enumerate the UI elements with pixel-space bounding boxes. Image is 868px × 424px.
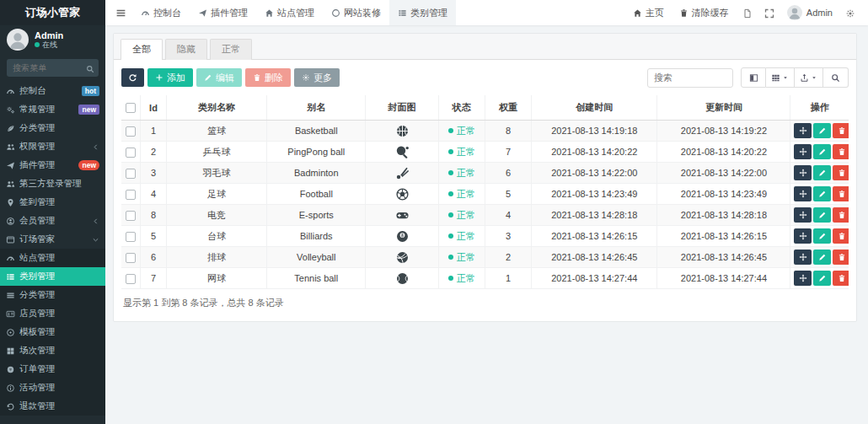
row-delete-button[interactable]	[833, 144, 849, 159]
sidebar-item-site[interactable]: 站点管理	[0, 249, 105, 267]
sidebar-item-label: 站点管理	[19, 252, 55, 264]
sidebar-toggle-button[interactable]	[109, 0, 132, 25]
sidebar-item-general[interactable]: 常规管理new	[0, 100, 105, 119]
cell-cover-image[interactable]	[366, 163, 438, 184]
sidebar-item-booking-manager[interactable]: 订场管家	[0, 230, 105, 249]
sidebar-item-classify[interactable]: 分类管理	[0, 119, 105, 137]
badge: new	[78, 105, 99, 115]
toggle-view-button[interactable]	[741, 67, 766, 88]
cell-cover-image[interactable]	[366, 226, 438, 247]
check-update-button[interactable]	[737, 0, 758, 25]
row-checkbox[interactable]	[126, 148, 136, 158]
row-delete-button[interactable]	[833, 250, 849, 265]
row-drag-sort-button[interactable]	[794, 207, 812, 223]
row-checkbox[interactable]	[126, 232, 136, 242]
row-drag-sort-button[interactable]	[794, 186, 812, 201]
row-edit-button[interactable]	[813, 250, 831, 265]
sidebar-item-signin[interactable]: 签到管理	[0, 193, 105, 212]
row-checkbox[interactable]	[126, 253, 136, 263]
sidebar-item-third-login[interactable]: 第三方登录管理	[0, 174, 105, 193]
row-drag-sort-button[interactable]	[794, 123, 812, 138]
row-edit-button[interactable]	[813, 228, 831, 244]
row-delete-button[interactable]	[833, 228, 849, 244]
filter-tab-normal[interactable]: 正常	[210, 39, 252, 60]
refresh-icon	[128, 72, 137, 83]
row-checkbox[interactable]	[126, 190, 136, 200]
table-search-input[interactable]	[647, 68, 733, 88]
sidebar-search-input[interactable]	[7, 59, 99, 77]
sidebar-item-dashboard[interactable]: 控制台hot	[0, 82, 105, 100]
cell-status: 正常	[438, 142, 485, 163]
cell-cover-image[interactable]	[366, 142, 438, 163]
add-button[interactable]: 添加	[147, 68, 193, 87]
topnav-tab-decorate[interactable]: 网站装修	[323, 0, 389, 25]
topnav-tab-addon[interactable]: 插件管理	[190, 0, 256, 25]
topnav-tab-category[interactable]: 类别管理	[389, 0, 456, 25]
filter-tab-hidden[interactable]: 隐藏	[165, 39, 207, 60]
settings-button[interactable]	[839, 0, 861, 25]
row-checkbox[interactable]	[126, 126, 136, 137]
more-button[interactable]: 更多	[294, 68, 340, 87]
expand-icon	[764, 7, 774, 18]
export-button[interactable]	[795, 67, 823, 88]
row-edit-button[interactable]	[813, 271, 831, 286]
sidebar-item-category[interactable]: 类别管理	[0, 267, 105, 286]
cell-cover-image[interactable]	[366, 205, 438, 226]
row-drag-sort-button[interactable]	[794, 228, 812, 244]
sidebar-item-addon[interactable]: 插件管理new	[0, 156, 105, 174]
row-edit-button[interactable]	[813, 207, 831, 223]
row-edit-button[interactable]	[813, 144, 831, 159]
select-all-checkbox[interactable]	[126, 103, 136, 113]
refresh-button[interactable]	[121, 68, 144, 87]
sidebar-item-template[interactable]: 模板管理	[0, 323, 105, 341]
columns-button[interactable]	[766, 67, 795, 88]
sidebar-item-orders[interactable]: 订单管理	[0, 360, 105, 378]
row-drag-sort-button[interactable]	[794, 165, 812, 180]
row-delete-button[interactable]	[833, 186, 849, 201]
sidebar-item-sessions[interactable]: 场次管理	[0, 341, 105, 360]
cell-cover-image[interactable]	[366, 121, 438, 142]
row-checkbox[interactable]	[126, 274, 136, 284]
row-delete-button[interactable]	[833, 123, 849, 138]
sidebar-item-member[interactable]: 会员管理	[0, 212, 105, 230]
sidebar-item-classification[interactable]: 分类管理	[0, 286, 105, 304]
row-delete-button[interactable]	[833, 271, 849, 286]
row-drag-sort-button[interactable]	[794, 271, 812, 286]
row-drag-sort-button[interactable]	[794, 144, 812, 159]
topnav-tab-dashboard[interactable]: 控制台	[132, 0, 190, 25]
row-edit-button[interactable]	[813, 186, 831, 201]
search-icon[interactable]	[86, 62, 94, 74]
row-checkbox[interactable]	[126, 169, 136, 179]
category-icon	[6, 272, 15, 282]
row-edit-button[interactable]	[813, 165, 831, 180]
home-link[interactable]: 主页	[625, 0, 672, 25]
search-button[interactable]	[823, 67, 849, 88]
sidebar-item-label: 常规管理	[19, 104, 55, 115]
cell-cover-image[interactable]	[366, 184, 438, 205]
table-row: 6排球Volleyball正常22021-08-13 14:26:452021-…	[121, 247, 849, 268]
cell-cover-image[interactable]	[366, 268, 438, 289]
sidebar-item-auth[interactable]: 权限管理	[0, 137, 105, 156]
app-logo[interactable]: 订场小管家	[0, 0, 105, 25]
trash-icon	[679, 8, 689, 19]
row-drag-sort-button[interactable]	[794, 250, 812, 265]
row-checkbox[interactable]	[126, 211, 136, 221]
sidebar-item-clerk[interactable]: 店员管理	[0, 304, 105, 323]
cell-id: 2	[140, 142, 166, 163]
football-icon	[395, 187, 410, 201]
row-delete-button[interactable]	[833, 207, 849, 223]
fullscreen-button[interactable]	[758, 0, 780, 25]
cell-cover-image[interactable]	[366, 247, 438, 268]
sidebar-item-activity[interactable]: 活动管理	[0, 378, 105, 397]
sidebar-item-refund[interactable]: 退款管理	[0, 397, 105, 416]
delete-button[interactable]: 删除	[245, 68, 291, 87]
topnav-tab-site[interactable]: 站点管理	[256, 0, 323, 25]
row-delete-button[interactable]	[833, 165, 849, 180]
column-header-7: 更新时间	[657, 95, 790, 121]
row-edit-button[interactable]	[813, 123, 831, 138]
topnav-tab-label: 类别管理	[410, 7, 447, 19]
clear-cache-button[interactable]: 清除缓存	[672, 0, 737, 25]
user-menu[interactable]: Admin	[780, 5, 839, 20]
filter-tab-all[interactable]: 全部	[121, 39, 163, 60]
edit-button[interactable]: 编辑	[196, 68, 242, 87]
